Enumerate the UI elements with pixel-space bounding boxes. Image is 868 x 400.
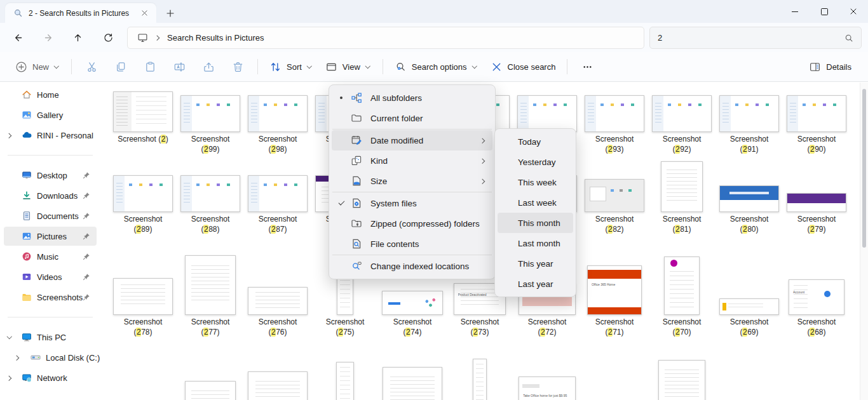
sidebar-item-documents[interactable]: Documents <box>4 206 97 225</box>
menu-item-system-files[interactable]: System files <box>332 193 492 213</box>
forward-button[interactable] <box>37 26 60 49</box>
chevron-down-icon[interactable] <box>6 334 13 340</box>
file-item[interactable]: Screenshot(280) <box>715 185 783 237</box>
menu-item-change-indexed-locations[interactable]: Change indexed locations <box>332 256 492 276</box>
cut-button[interactable] <box>78 55 105 78</box>
file-item[interactable]: Screenshot(282) <box>581 179 648 237</box>
sidebar-item-screenshots[interactable]: Screenshots <box>4 288 97 307</box>
view-label: View <box>342 62 360 72</box>
file-item-partial[interactable] <box>311 362 379 400</box>
sidebar-item-videos[interactable]: Videos <box>4 267 97 286</box>
file-item[interactable]: Screenshot(270) <box>648 257 715 340</box>
thumbnail <box>185 255 236 315</box>
file-item[interactable]: Screenshot(276) <box>244 287 311 340</box>
chevron-down-icon <box>365 63 371 70</box>
submenu-item-yesterday[interactable]: Yesterday <box>498 152 573 172</box>
file-item[interactable]: Screenshot(281) <box>648 161 715 237</box>
sidebar-item-label: Videos <box>37 272 62 282</box>
close-button[interactable] <box>839 0 868 23</box>
minimize-button[interactable] <box>780 0 810 23</box>
sidebar-item-gallery[interactable]: Gallery <box>4 105 97 124</box>
sort-button[interactable]: Sort <box>264 55 318 78</box>
menu-item-file-contents[interactable]: File contents <box>332 234 492 254</box>
file-item[interactable]: Screenshot(291) <box>715 95 783 157</box>
file-item[interactable]: Screenshot(278) <box>109 278 177 340</box>
sidebar-item-rini-personal[interactable]: RINI - Personal <box>4 126 97 145</box>
sidebar-item-pictures[interactable]: Pictures <box>4 227 97 246</box>
file-item-partial[interactable] <box>177 381 244 400</box>
chevron-right-icon[interactable] <box>14 354 20 361</box>
sidebar-item-local-disk-c[interactable]: Local Disk (C:) <box>4 348 97 367</box>
submenu-item-this-week[interactable]: This week <box>498 172 573 192</box>
refresh-button[interactable] <box>97 26 119 49</box>
maximize-button[interactable] <box>810 0 839 23</box>
pin-icon <box>83 232 90 240</box>
close-search-button[interactable]: Close search <box>485 55 562 78</box>
file-item-partial[interactable] <box>648 360 715 400</box>
menu-item-date-modified[interactable]: Date modified <box>332 130 492 150</box>
submenu-item-last-week[interactable]: Last week <box>498 192 573 213</box>
file-item[interactable]: Screenshot(289) <box>109 175 177 237</box>
sidebar-item-network[interactable]: Network <box>4 368 97 387</box>
menu-item-kind[interactable]: Kind <box>332 150 492 171</box>
file-item[interactable]: Office 365 HomeScreenshot(271) <box>581 265 648 340</box>
explorer-tab[interactable]: 2 - Search Results in Pictures <box>5 3 156 23</box>
file-item[interactable]: Screenshot(292) <box>648 95 715 157</box>
tab-close-icon[interactable] <box>138 7 151 20</box>
submenu-item-this-year[interactable]: This year <box>498 253 573 274</box>
disk-icon <box>31 352 41 363</box>
delete-button[interactable] <box>224 55 252 78</box>
file-item[interactable]: Screenshot(290) <box>783 95 850 157</box>
scrollbar-thumb[interactable] <box>862 89 866 248</box>
file-item[interactable]: Screenshot(299) <box>177 95 244 157</box>
submenu-item-today[interactable]: Today <box>498 131 573 152</box>
sidebar-item-music[interactable]: Music <box>4 247 97 266</box>
up-button[interactable] <box>66 26 89 49</box>
menu-item-zipped-compressed-folders[interactable]: Zipped (compressed) folders <box>332 213 492 234</box>
file-item[interactable]: Screenshot(279) <box>783 193 850 237</box>
file-item-partial[interactable]: Take Office home for just $9.95 <box>513 377 581 400</box>
copy-button[interactable] <box>107 55 135 78</box>
share-button[interactable] <box>194 55 222 78</box>
sidebar-item-this-pc[interactable]: This PC <box>4 328 97 347</box>
file-item[interactable]: Screenshot(298) <box>244 95 311 157</box>
file-item[interactable]: Screenshot(288) <box>177 175 244 237</box>
address-bar[interactable]: Search Results in Pictures <box>127 27 644 49</box>
menu-item-size[interactable]: Size <box>332 171 492 191</box>
rename-button[interactable] <box>165 55 193 78</box>
file-item-partial[interactable] <box>379 367 446 400</box>
chevron-right-icon[interactable] <box>6 132 13 138</box>
file-item[interactable]: Screenshot(269) <box>715 298 783 340</box>
view-button[interactable]: View <box>320 55 377 78</box>
menu-item-current-folder[interactable]: Current folder <box>332 108 492 128</box>
search-input[interactable]: 2 <box>649 27 862 49</box>
sidebar-item-downloads[interactable]: Downloads <box>4 186 97 205</box>
more-button[interactable] <box>573 55 601 78</box>
new-button[interactable]: New <box>10 55 65 78</box>
sidebar-item-home[interactable]: Home <box>4 85 97 104</box>
back-button[interactable] <box>6 26 29 49</box>
file-item-partial[interactable] <box>446 359 513 400</box>
submenu-item-last-year[interactable]: Last year <box>498 274 573 294</box>
new-tab-button[interactable] <box>163 6 178 21</box>
search-options-button[interactable]: Search options <box>389 55 484 78</box>
file-item[interactable]: Screenshot (2) <box>109 91 177 157</box>
chevron-right-icon[interactable] <box>6 375 13 381</box>
file-item[interactable]: Screenshot(277) <box>177 255 244 340</box>
details-button[interactable]: Details <box>803 55 857 78</box>
file-item[interactable]: AccountScreenshot(268) <box>783 279 850 340</box>
cut-icon <box>86 61 98 73</box>
submenu-item-this-month[interactable]: This month <box>498 213 573 233</box>
sidebar-item-desktop[interactable]: Desktop <box>4 166 97 185</box>
file-item[interactable]: Screenshot(274) <box>379 291 446 340</box>
submenu-item-last-month[interactable]: Last month <box>498 233 573 253</box>
file-item-partial[interactable] <box>244 371 311 400</box>
thumbnail <box>787 193 846 212</box>
scrollbar-track[interactable] <box>860 83 868 400</box>
file-item[interactable]: Screenshot(293) <box>581 95 648 157</box>
menu-item-all-subfolders[interactable]: All subfolders <box>332 88 492 108</box>
file-item[interactable]: Screenshot(287) <box>244 175 311 237</box>
file-item[interactable]: Screenshot(275) <box>311 272 379 340</box>
details-label: Details <box>826 62 851 72</box>
paste-button[interactable] <box>136 55 164 78</box>
